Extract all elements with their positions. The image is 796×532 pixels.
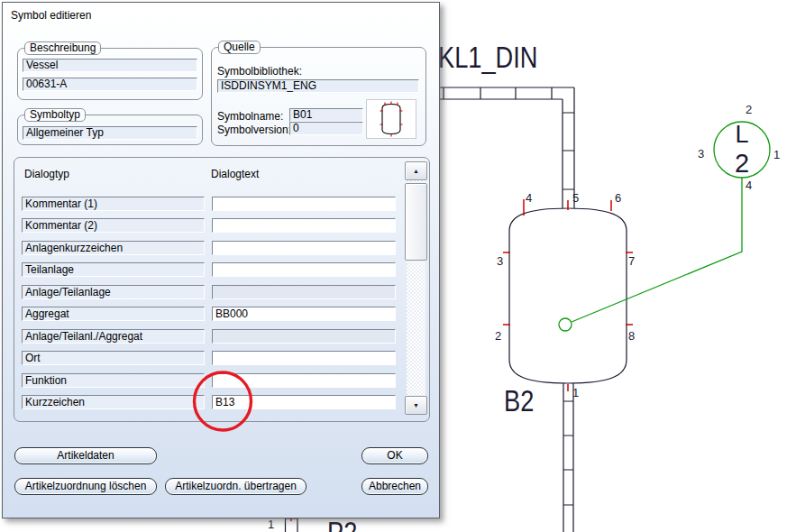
sheet-title: KL1_DIN: [438, 41, 537, 72]
scroll-down-arrow-icon: ▼: [413, 402, 419, 408]
symboltyp-caption: Symboltyp: [24, 108, 86, 122]
symbolname-field: B01: [289, 108, 363, 122]
pump-port-1: 1: [268, 518, 274, 530]
row-label-kommentar-1: Kommentar (1): [22, 197, 205, 211]
row-label-anlage-teilanl-aggregat: Anlage/Teilanl./Aggregat: [22, 329, 205, 344]
pump-tag: P2: [327, 517, 357, 532]
vessel-port-2: 2: [495, 330, 501, 342]
vessel-port-6: 6: [615, 192, 621, 204]
vessel-port-5: 5: [572, 192, 579, 204]
vessel-port-3: 3: [497, 255, 503, 267]
quelle-caption: Quelle: [218, 41, 261, 54]
symbolbibliothek-label: Symbolbibliothek:: [217, 65, 302, 78]
abbrechen-button[interactable]: Abbrechen: [361, 478, 428, 495]
row-input-aggregat[interactable]: [212, 307, 396, 321]
row-input-kommentar-2[interactable]: [212, 218, 396, 233]
beschreibung-caption: Beschreibung: [24, 41, 101, 55]
symbolname-label: Symbolname:: [217, 110, 283, 123]
symbol-editieren-dialog: Symbol editieren Beschreibung Vessel 006…: [2, 2, 440, 518]
scroll-up-arrow-icon: ▲: [413, 168, 419, 174]
ok-button[interactable]: OK: [361, 447, 428, 464]
row-label-kommentar-2: Kommentar (2): [22, 218, 205, 233]
col-header-dialogtyp: Dialogtyp: [24, 168, 69, 180]
instrument-port-1: 1: [773, 149, 780, 161]
scrollbar-down-button[interactable]: ▼: [405, 396, 427, 415]
symbol-preview-vessel-icon: [367, 100, 416, 138]
beschreibung-group: Beschreibung: [17, 48, 203, 100]
symbolbibliothek-field: ISDDINSYM1_ENG: [217, 79, 419, 93]
row-label-anlagenkurzzeichen: Anlagenkurzzeichen: [22, 241, 205, 255]
row-input-anlage-teilanlage: [212, 285, 396, 299]
artikelzuordnung-loeschen-button[interactable]: Artikelzuordnung löschen: [14, 478, 157, 495]
vessel-port-8: 8: [628, 330, 635, 342]
row-label-aggregat: Aggregat: [22, 307, 205, 321]
row-input-ort[interactable]: [212, 351, 396, 365]
red-circle-annotation: [191, 370, 256, 435]
instrument-letter: L: [727, 123, 756, 147]
table-scrollbar[interactable]: ▲ ▼: [405, 161, 427, 415]
row-input-anlagenkurzzeichen[interactable]: [212, 241, 396, 255]
symboltyp-field: Allgemeiner Typ: [23, 126, 197, 140]
symbolversion-label: Symbolversion:: [217, 124, 291, 136]
instrument-port-2: 2: [746, 104, 752, 115]
vessel-port-1: 1: [572, 387, 579, 399]
row-label-anlage-teilanlage: Anlage/Teilanlage: [22, 285, 205, 299]
symbol-preview: [366, 99, 416, 139]
row-input-anlage-teilanl-aggregat: [212, 329, 396, 344]
vessel-tag: B2: [504, 385, 534, 416]
row-label-ort: Ort: [22, 351, 205, 365]
row-input-kommentar-1[interactable]: [212, 197, 396, 211]
row-label-teilanlage: Teilanlage: [22, 262, 205, 277]
vessel-outline: [509, 208, 627, 383]
vessel-port-7: 7: [628, 255, 635, 267]
col-header-dialogtext: Dialogtext: [211, 168, 259, 180]
artikelzuordn-uebertragen-button[interactable]: Artikelzuordn. übertragen: [165, 478, 307, 495]
symbolversion-field: 0: [289, 122, 363, 135]
description-number-field: 00631-A: [23, 78, 197, 91]
row-label-funktion: Funktion: [22, 373, 205, 388]
dialog-title: Symbol editieren: [11, 9, 91, 22]
instrument-port-4: 4: [746, 179, 752, 191]
description-name-field: Vessel: [23, 59, 197, 72]
measurement-point-circle: [559, 318, 572, 331]
artikeldaten-button[interactable]: Artikeldaten: [14, 447, 157, 464]
row-input-teilanlage[interactable]: [212, 262, 396, 277]
vessel-port-4: 4: [526, 192, 532, 204]
scrollbar-up-button[interactable]: ▲: [405, 161, 427, 180]
scrollbar-thumb[interactable]: [405, 183, 427, 261]
instrument-number: 2: [727, 151, 756, 177]
row-label-kurzzeichen: Kurzzeichen: [22, 395, 205, 409]
instrument-port-3: 3: [698, 148, 704, 160]
